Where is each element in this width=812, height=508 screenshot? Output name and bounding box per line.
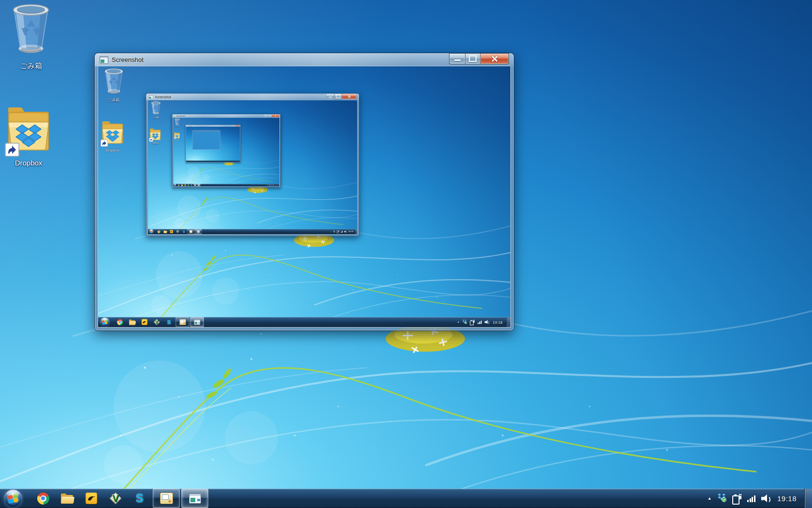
taskbar-item-screenshot-viewer[interactable] — [181, 489, 208, 508]
close-button[interactable] — [342, 93, 357, 99]
network-tray-icon[interactable] — [341, 231, 343, 233]
dropbox-icon[interactable]: Dropbox — [149, 127, 162, 145]
power-tray-icon[interactable] — [732, 494, 741, 503]
show-desktop-button[interactable] — [507, 317, 510, 327]
taskbar-clock[interactable]: 19:18 — [275, 185, 277, 186]
recycle-bin-label: ごみ箱 — [20, 61, 42, 71]
taskbar-item-chrome[interactable] — [31, 489, 55, 508]
recycle-bin-icon[interactable]: ごみ箱 — [102, 68, 126, 103]
taskbar-item-screenshot-tool[interactable]: + — [188, 229, 194, 234]
power-tray-icon[interactable] — [470, 320, 475, 324]
taskbar-item-screenshot-viewer[interactable] — [195, 229, 202, 234]
close-icon — [237, 125, 238, 126]
screenshot-image: ごみ箱 Dropbox Screenshot — [148, 100, 357, 234]
screenshot-image: ごみ箱 Dropbox Screenshot — [173, 118, 279, 186]
volume-tray-icon[interactable] — [485, 320, 490, 324]
dropbox-tray-icon[interactable] — [463, 319, 467, 325]
recycle-bin-icon[interactable]: ごみ箱 — [174, 118, 180, 127]
show-desktop-button[interactable] — [355, 229, 357, 234]
close-button[interactable] — [236, 125, 240, 126]
start-button[interactable] — [173, 184, 177, 186]
recycle-bin-icon[interactable]: ごみ箱 — [150, 101, 162, 119]
minimize-icon — [329, 97, 332, 98]
close-button[interactable] — [480, 53, 509, 64]
tray-expand-button[interactable]: ▲ — [266, 185, 266, 185]
recycle-bin-icon[interactable]: ごみ箱 — [7, 3, 55, 71]
show-desktop-button[interactable] — [278, 184, 279, 186]
taskbar-item-explorer[interactable] — [126, 317, 138, 327]
system-tray: ▲ 19:18 — [455, 317, 510, 327]
dropbox-tray-icon[interactable] — [333, 230, 335, 233]
power-tray-icon[interactable] — [269, 185, 270, 186]
dropbox-icon[interactable]: Dropbox — [100, 119, 126, 152]
taskbar: V S + ▲ — [173, 184, 279, 186]
network-tray-icon[interactable] — [478, 320, 481, 324]
dropbox-folder-glyph — [101, 119, 125, 147]
volume-tray-icon[interactable] — [761, 494, 771, 503]
desktop-level: ごみ箱 Dropbox Screenshot — [173, 118, 279, 186]
dropbox-tray-icon[interactable] — [267, 184, 268, 186]
power-tray-icon[interactable] — [337, 230, 339, 233]
window-title: Screenshot — [188, 125, 192, 126]
gvim-icon: V — [188, 184, 189, 186]
taskbar-item-screenshot-tool[interactable]: + — [193, 184, 197, 186]
screenshot-image — [186, 127, 240, 162]
shortcut-arrow-icon — [149, 138, 153, 141]
taskbar-item-skype[interactable]: S — [190, 184, 193, 186]
maximize-button[interactable] — [268, 114, 272, 117]
recycle-bin-glyph — [174, 118, 180, 126]
taskbar-item-thunderbird[interactable] — [79, 489, 103, 508]
taskbar-item-skype[interactable]: S — [163, 317, 175, 327]
taskbar-item-screenshot-tool[interactable]: + — [153, 489, 180, 508]
dropbox-tray-icon[interactable] — [717, 493, 726, 504]
taskbar-item-explorer[interactable] — [162, 229, 168, 234]
taskbar-item-screenshot-viewer[interactable] — [190, 317, 203, 327]
network-tray-icon[interactable] — [747, 495, 755, 502]
start-button[interactable] — [98, 317, 114, 327]
screenshot-window: Screenshot — [146, 93, 359, 236]
tray-expand-button[interactable]: ▲ — [457, 321, 460, 323]
dropbox-icon[interactable]: Dropbox — [3, 102, 54, 167]
minimize-button[interactable] — [264, 114, 268, 117]
taskbar-item-gvim[interactable]: V — [174, 229, 181, 234]
minimize-button[interactable] — [449, 53, 465, 64]
taskbar-item-skype[interactable]: S — [181, 229, 187, 234]
network-tray-icon[interactable] — [271, 185, 272, 186]
taskbar-item-thunderbird[interactable] — [138, 317, 150, 327]
close-button[interactable] — [272, 114, 279, 117]
tray-expand-button[interactable]: ▲ — [708, 496, 712, 501]
taskbar-clock[interactable]: 19:18 — [348, 230, 353, 232]
window-title: Screenshot — [155, 95, 171, 99]
volume-tray-icon[interactable] — [273, 185, 275, 186]
taskbar-item-screenshot-viewer[interactable] — [197, 184, 200, 186]
chrome-icon — [117, 319, 123, 325]
start-button[interactable] — [148, 229, 156, 234]
close-icon — [275, 115, 276, 117]
taskbar-clock[interactable]: 19:18 — [777, 494, 797, 503]
recursion-end-desktop — [186, 127, 240, 162]
desktop-level: ごみ箱 Dropbox Screenshot — [148, 100, 357, 234]
start-button[interactable] — [0, 489, 31, 508]
desktop-level: ごみ箱 Dropbox Screenshot — [0, 0, 812, 508]
taskbar-item-gvim[interactable]: V — [103, 489, 128, 508]
taskbar-item-skype[interactable]: S — [128, 489, 152, 508]
taskbar-item-gvim[interactable]: V — [151, 317, 163, 327]
taskbar-item-screenshot-tool[interactable]: + — [175, 317, 189, 327]
dropbox-icon[interactable]: Dropbox — [174, 132, 180, 140]
skype-icon: S — [167, 319, 171, 325]
show-desktop-button[interactable] — [804, 489, 812, 508]
screenshot-tool-icon: + — [194, 184, 196, 186]
volume-tray-icon[interactable] — [344, 230, 347, 232]
maximize-button[interactable] — [334, 93, 342, 99]
screenshot-tool-icon: + — [160, 493, 173, 504]
taskbar-item-explorer[interactable] — [55, 489, 79, 508]
maximize-button[interactable] — [465, 53, 480, 64]
taskbar-item-thunderbird[interactable] — [168, 229, 174, 234]
recycle-bin-glyph — [150, 101, 161, 116]
taskbar-item-chrome[interactable] — [114, 317, 126, 327]
minimize-button[interactable] — [326, 93, 334, 99]
taskbar-clock[interactable]: 19:18 — [493, 320, 502, 324]
recycle-bin-label: ごみ箱 — [153, 117, 159, 119]
taskbar-item-chrome[interactable] — [156, 229, 162, 234]
tray-expand-button[interactable]: ▲ — [330, 231, 331, 232]
